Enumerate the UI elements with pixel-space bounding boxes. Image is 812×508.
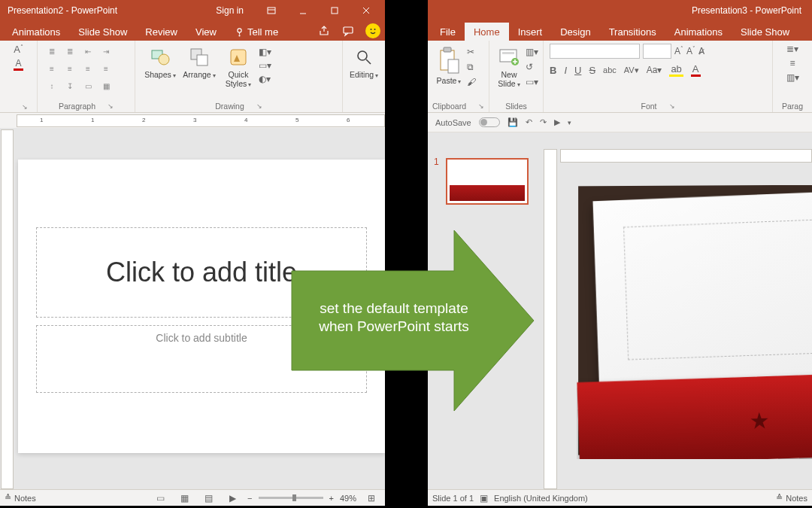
save-icon[interactable]: 💾	[508, 117, 518, 127]
editing-button[interactable]: Editing	[348, 44, 380, 81]
grow-font-icon[interactable]: A˄	[674, 46, 683, 56]
horizontal-ruler[interactable]	[560, 149, 812, 163]
shadow-button[interactable]: abc	[603, 65, 617, 75]
tab-slide-show[interactable]: Slide Show	[69, 23, 136, 41]
comments-icon[interactable]	[341, 24, 355, 38]
tab-file[interactable]: File	[431, 23, 465, 41]
align-right-icon[interactable]: ≡	[80, 61, 96, 76]
section-icon[interactable]: ▭▾	[526, 77, 538, 87]
tab-home[interactable]: Home	[465, 23, 509, 41]
ruler[interactable]: 1123456	[17, 114, 385, 127]
group-launcher-icon[interactable]: ↘	[669, 102, 675, 110]
font-color-button[interactable]: A	[691, 63, 701, 77]
shape-fill-icon[interactable]: ◧▾	[259, 47, 271, 57]
group-launcher-icon[interactable]: ↘	[22, 103, 28, 111]
tell-me[interactable]: Tell me	[226, 23, 287, 41]
tab-view[interactable]: View	[186, 23, 226, 41]
tab-transitions[interactable]: Transitions	[600, 23, 665, 41]
title-placeholder[interactable]	[623, 212, 812, 360]
fit-window-icon[interactable]: ⊞	[362, 491, 380, 505]
minimize-button[interactable]	[287, 0, 319, 21]
group-launcher-icon[interactable]: ↘	[108, 102, 114, 110]
group-drawing: Shapes Arrange Quick Styles ◧▾ ▭▾ ◐▾ Dra…	[135, 41, 343, 112]
strike-button[interactable]: S	[589, 65, 595, 76]
shape-effects-icon[interactable]: ◐▾	[259, 74, 271, 84]
italic-button[interactable]: I	[564, 65, 567, 76]
align-left-icon[interactable]: ≡	[789, 58, 795, 68]
slideshow-icon[interactable]: ▶	[554, 117, 560, 127]
group-launcher-icon[interactable]: ↘	[256, 102, 262, 110]
zoom-out-icon[interactable]: −	[247, 494, 252, 503]
slide-thumbnail[interactable]	[446, 158, 529, 205]
tab-animations[interactable]: Animations	[665, 23, 732, 41]
close-button[interactable]	[350, 0, 382, 21]
bullets-icon[interactable]: ≣▾	[786, 44, 798, 54]
reset-icon[interactable]: ↺	[526, 62, 538, 72]
tab-design[interactable]: Design	[551, 23, 599, 41]
numbering-icon[interactable]: ≣	[62, 44, 78, 59]
slideshow-view-icon[interactable]: ▶	[223, 491, 241, 505]
notes-button[interactable]: ≙ Notes	[5, 493, 36, 503]
shrink-font-icon[interactable]: A˅	[686, 46, 695, 56]
quick-styles-button[interactable]: Quick Styles	[220, 44, 257, 90]
text-direction-icon[interactable]: ↧	[62, 78, 78, 93]
slide[interactable]: CLICK T ★	[578, 185, 812, 457]
align-left-icon[interactable]: ≡	[44, 61, 60, 76]
highlight-button[interactable]: ab	[669, 63, 683, 77]
autosave-toggle[interactable]	[479, 117, 500, 127]
change-case-button[interactable]: Aa▾	[647, 65, 662, 75]
font-size-dropdown[interactable]	[643, 44, 671, 59]
sorter-view-icon[interactable]: ▦	[175, 491, 193, 505]
paste-button[interactable]: Paste	[434, 44, 464, 87]
tab-slide-show[interactable]: Slide Show	[732, 23, 798, 41]
reading-view-icon[interactable]: ▤	[199, 491, 217, 505]
columns-icon[interactable]: ▥▾	[786, 72, 799, 83]
notes-button[interactable]: ≙ Notes	[776, 493, 807, 503]
shape-outline-icon[interactable]: ▭▾	[259, 60, 271, 71]
customize-qat-icon[interactable]: ▾	[568, 119, 571, 126]
char-spacing-button[interactable]: AV▾	[624, 65, 639, 75]
tab-insert[interactable]: Insert	[509, 23, 552, 41]
underline-button[interactable]: U	[574, 65, 581, 76]
zoom-slider[interactable]	[259, 497, 323, 499]
bold-button[interactable]: B	[550, 65, 556, 76]
share-icon[interactable]	[317, 24, 331, 38]
zoom-in-icon[interactable]: +	[329, 494, 334, 503]
zoom-level[interactable]: 49%	[340, 494, 356, 503]
bullets-icon[interactable]: ≣	[44, 44, 60, 59]
arrange-button[interactable]: Arrange	[180, 44, 218, 81]
ribbon-display-options[interactable]	[256, 0, 287, 21]
copy-icon[interactable]: ⧉	[467, 62, 476, 72]
smartart-icon[interactable]: ▦	[98, 78, 114, 93]
text-size-icon[interactable]: A˄	[14, 44, 23, 55]
font-family-dropdown[interactable]	[550, 44, 640, 59]
language-status[interactable]: English (United Kingdom)	[494, 494, 588, 503]
cut-icon[interactable]: ✂	[467, 47, 476, 57]
vertical-ruler[interactable]	[1, 129, 14, 489]
format-painter-icon[interactable]: 🖌	[467, 77, 476, 87]
slide-counter[interactable]: Slide 1 of 1	[432, 494, 474, 503]
spellcheck-icon[interactable]: ▣	[480, 493, 488, 503]
shapes-button[interactable]: Shapes	[141, 44, 179, 81]
indent-right-icon[interactable]: ⇥	[98, 44, 114, 59]
vertical-ruler[interactable]	[544, 149, 557, 489]
clear-format-icon[interactable]: A̷	[698, 46, 704, 56]
maximize-button[interactable]	[319, 0, 350, 21]
group-font: A˄ A˅ A̷ B I U S abc AV▾ Aa▾ ab A Font↘	[544, 41, 773, 112]
font-color-icon[interactable]: A	[14, 58, 23, 71]
layout-icon[interactable]: ▥▾	[526, 47, 538, 57]
line-spacing-icon[interactable]: ↕	[44, 78, 60, 93]
redo-icon[interactable]: ↷	[540, 117, 547, 127]
new-slide-button[interactable]: New Slide	[495, 44, 523, 90]
justify-icon[interactable]: ≡	[98, 61, 114, 76]
tab-review[interactable]: Review	[136, 23, 186, 41]
signin-link[interactable]: Sign in	[216, 5, 244, 16]
indent-left-icon[interactable]: ⇤	[80, 44, 96, 59]
align-center-icon[interactable]: ≡	[62, 61, 78, 76]
tab-animations[interactable]: Animations	[3, 23, 69, 41]
group-launcher-icon[interactable]: ↘	[478, 102, 484, 110]
feedback-smiley-icon[interactable]	[365, 23, 380, 38]
normal-view-icon[interactable]: ▭	[151, 491, 169, 505]
align-text-icon[interactable]: ▭	[80, 78, 96, 93]
undo-icon[interactable]: ↶	[526, 117, 532, 127]
